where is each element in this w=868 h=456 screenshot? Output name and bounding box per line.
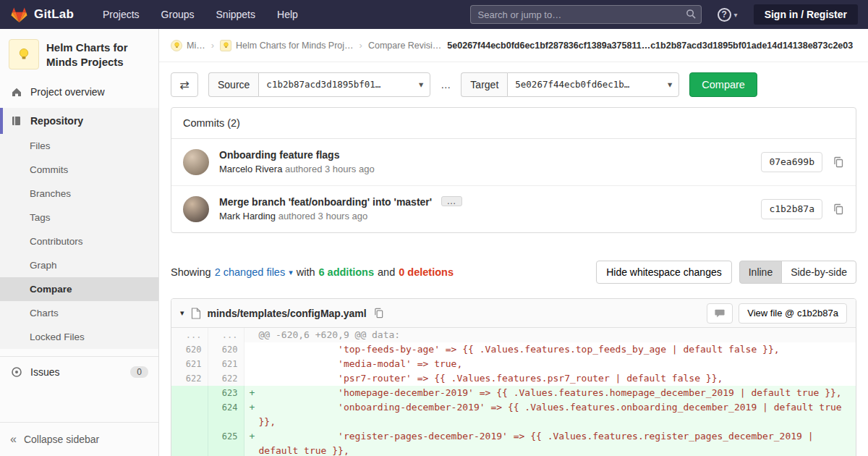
breadcrumb-compare-revisions[interactable]: Compare Revisi… (368, 41, 441, 51)
sidebar-item-contributors[interactable]: Contributors (0, 229, 158, 253)
new-line-number[interactable]: 623 (208, 386, 244, 400)
gitlab-logo[interactable]: GitLab (10, 6, 74, 24)
source-revision-value: c1b2b87acd3d1895bf01… (266, 79, 380, 90)
diff-line-row: 621 621 'media-modal' => true, (171, 357, 856, 371)
source-revision-dropdown[interactable]: c1b2b87acd3d1895bf01… ▾ (258, 72, 430, 97)
compare-button[interactable]: Compare (689, 72, 757, 97)
diff-line-row-added: 623 + 'homepage-december-2019' => {{ .Va… (171, 386, 856, 400)
commit-title-link[interactable]: Merge branch 'feat/onboarding' into 'mas… (219, 196, 432, 208)
sidebar-item-branches[interactable]: Branches (0, 182, 158, 206)
sidebar-item-charts[interactable]: Charts (0, 301, 158, 325)
commit-title-link[interactable]: Onboarding feature flags (219, 149, 339, 161)
old-line-number: ... (171, 328, 208, 342)
diff-sign: + (250, 400, 258, 415)
nav-projects[interactable]: Projects (103, 9, 140, 20)
top-nav: Projects Groups Snippets Help (103, 9, 298, 20)
copy-sha-icon[interactable] (833, 156, 844, 168)
commit-sha-button[interactable]: c1b2b87a (761, 199, 822, 219)
copy-file-path-icon[interactable] (373, 308, 384, 318)
side-by-side-view-button[interactable]: Side-by-side (781, 261, 856, 284)
commit-meta: Marcelo Rivera authored 3 hours ago (219, 163, 751, 176)
tanuki-icon (10, 6, 28, 24)
target-group: Target 5e0267f44ecb0fd6ec1b… ▾ (461, 72, 679, 97)
sidebar-item-files[interactable]: Files (0, 134, 158, 158)
old-line-number[interactable]: 621 (171, 357, 208, 371)
issues-icon (10, 366, 23, 378)
commit-author-link[interactable]: Marcelo Rivera (219, 164, 282, 174)
new-line-number[interactable]: 621 (208, 357, 244, 371)
sidebar-item-label: Repository (30, 115, 83, 127)
sidebar-item-locked-files[interactable]: Locked Files (0, 325, 158, 349)
diff-line-row-added: 624 + 'onboarding-december-2019' => {{ .… (171, 400, 856, 429)
commits-heading: Commits (2) (171, 108, 856, 139)
sidebar-section-repository: Repository Files Commits Branches Tags C… (0, 108, 158, 349)
code-line: 'onboarding-december-2019' => {{ .Values… (259, 400, 851, 429)
commit-row: Merge branch 'feat/onboarding' into 'mas… (171, 185, 856, 232)
toggle-comments-button[interactable] (707, 303, 733, 324)
old-line-number[interactable] (171, 400, 208, 429)
old-line-number[interactable] (171, 386, 208, 400)
nav-help[interactable]: Help (277, 9, 298, 20)
commit-meta: Mark Harding authored 3 hours ago (219, 210, 751, 223)
sidebar-item-issues[interactable]: Issues 0 (0, 356, 158, 387)
brand-name: GitLab (34, 7, 74, 22)
search-input[interactable] (470, 5, 702, 24)
nav-groups[interactable]: Groups (161, 9, 195, 20)
sign-in-button[interactable]: Sign in / Register (754, 4, 858, 25)
old-line-number[interactable]: 620 (171, 342, 208, 357)
copy-sha-icon[interactable] (833, 203, 844, 215)
breadcrumb-label: Compare Revisi… (368, 41, 441, 51)
sidebar-item-tags[interactable]: Tags (0, 206, 158, 229)
hide-whitespace-button[interactable]: Hide whitespace changes (596, 261, 732, 284)
collapse-diff-icon[interactable]: ▾ (180, 308, 184, 318)
chevron-down-icon: ▾ (734, 11, 738, 19)
view-file-button[interactable]: View file @ c1b2b87a (739, 303, 847, 324)
chevron-down-icon: ▾ (419, 73, 423, 96)
new-line-number[interactable]: 624 (208, 400, 244, 429)
collapse-sidebar-button[interactable]: « Collapse sidebar (0, 422, 158, 456)
old-line-number[interactable]: 622 (171, 371, 208, 386)
old-line-number[interactable] (171, 429, 208, 456)
commit-sha-button[interactable]: 07ea699b (761, 152, 822, 172)
help-menu[interactable]: ? ▾ (718, 8, 738, 22)
new-line-number[interactable]: 622 (208, 371, 244, 386)
sidebar-item-project-overview[interactable]: Project overview (0, 79, 158, 105)
breadcrumb-group[interactable]: Mi… (171, 40, 205, 51)
diff-file-path-link[interactable]: minds/templates/configMap.yaml (208, 308, 367, 319)
nav-snippets[interactable]: Snippets (216, 9, 255, 20)
sidebar-item-commits[interactable]: Commits (0, 158, 158, 182)
diff-line-row: 622 622 'psr7-router' => {{ .Values.feat… (171, 371, 856, 386)
showing-label: Showing (171, 266, 211, 278)
swap-icon: ⇄ (179, 78, 189, 92)
collapse-icon: « (10, 433, 17, 446)
project-context-header[interactable]: Helm Charts for Minds Projects (0, 29, 158, 79)
book-icon (10, 115, 23, 127)
new-line-number[interactable]: 620 (208, 342, 244, 357)
collapse-label: Collapse sidebar (24, 434, 99, 445)
new-line-number: ... (208, 328, 244, 342)
new-line-number[interactable]: 625 (208, 429, 244, 456)
commit-description-expander[interactable]: … (441, 196, 462, 206)
sidebar-item-graph[interactable]: Graph (0, 253, 158, 277)
commit-author-link[interactable]: Mark Harding (219, 211, 276, 221)
breadcrumb-project[interactable]: Helm Charts for Minds Proj… (220, 40, 354, 51)
project-title: Helm Charts for Minds Projects (46, 39, 150, 70)
changed-files-dropdown[interactable]: 2 changed files (215, 266, 286, 278)
inline-view-button[interactable]: Inline (739, 261, 782, 284)
code-line: 'media-modal' => true, (259, 357, 851, 371)
breadcrumb: Mi… › Helm Charts for Minds Proj… › Comp… (159, 29, 868, 62)
swap-revisions-button[interactable]: ⇄ (171, 72, 198, 97)
sidebar-item-repository[interactable]: Repository (0, 108, 158, 134)
search-icon (686, 9, 697, 22)
project-avatar-small (220, 40, 231, 51)
diff-sign: + (250, 386, 258, 400)
diff-file-header: ▾ minds/templates/configMap.yaml View fi… (171, 299, 856, 328)
commit-row: Onboarding feature flags Marcelo Rivera … (171, 139, 856, 185)
diff-line-row: 620 620 'top-feeds-by-age' => {{ .Values… (171, 342, 856, 357)
commit-meta-text: authored 3 hours ago (285, 164, 375, 174)
chevron-down-icon[interactable]: ▾ (289, 268, 293, 277)
target-revision-dropdown[interactable]: 5e0267f44ecb0fd6ec1b… ▾ (507, 72, 679, 97)
and-label: and (378, 266, 395, 278)
compare-form: ⇄ Source c1b2b87acd3d1895bf01… ▾ … Targe… (171, 72, 856, 97)
sidebar-item-compare[interactable]: Compare (0, 277, 158, 301)
